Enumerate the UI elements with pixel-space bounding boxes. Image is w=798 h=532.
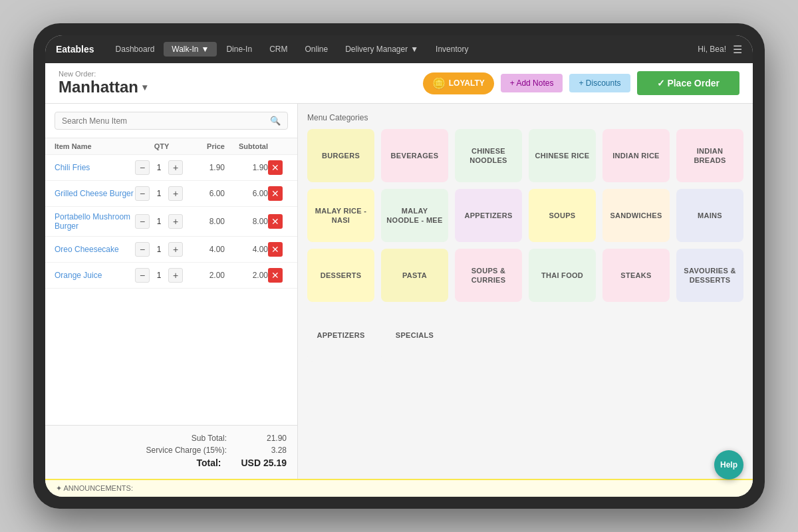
qty-increase-btn[interactable]: + <box>168 160 183 175</box>
location-dropdown-icon[interactable]: ▾ <box>142 82 147 92</box>
item-price: 6.00 <box>188 189 225 198</box>
item-subtotal: 1.90 <box>225 163 268 172</box>
qty-decrease-btn[interactable]: − <box>135 186 150 201</box>
loyalty-coin-icon: 🪙 <box>432 77 446 90</box>
brand-logo: Eatables <box>56 44 94 55</box>
search-input-wrap[interactable]: 🔍 <box>55 112 288 130</box>
category-tile[interactable]: MAINS <box>676 189 743 242</box>
announcements-bar: ✦ ANNOUNCEMENTS: <box>45 479 753 497</box>
qty-increase-btn[interactable]: + <box>168 186 183 201</box>
menu-categories-label: Menu Categories <box>307 113 743 122</box>
nav-crm[interactable]: CRM <box>261 42 295 57</box>
qty-increase-btn[interactable]: + <box>168 242 183 257</box>
qty-decrease-btn[interactable]: − <box>135 242 150 257</box>
category-tile[interactable]: BEVERAGES <box>381 129 448 182</box>
qty-value: 1 <box>152 189 166 198</box>
nav-dashboard[interactable]: Dashboard <box>108 42 163 57</box>
remove-item-btn[interactable]: ✕ <box>268 160 283 175</box>
nav-dinein[interactable]: Dine-In <box>218 42 260 57</box>
item-price: 1.90 <box>188 163 225 172</box>
menu-icon[interactable]: ☰ <box>733 43 742 56</box>
qty-value: 1 <box>152 271 166 280</box>
category-tile[interactable]: APPETIZERS <box>307 309 374 362</box>
item-price: 2.00 <box>188 271 225 280</box>
right-panel: Menu Categories BURGERSBEVERAGESCHINESE … <box>298 104 753 479</box>
qty-control: − 1 + <box>135 214 188 229</box>
navbar: Eatables Dashboard Walk-In ▼ Dine-In CRM… <box>45 35 753 63</box>
order-row: Chili Fries − 1 + 1.90 1.90 ✕ <box>45 155 297 181</box>
category-tile[interactable]: SOUPS & CURRIES <box>455 249 522 302</box>
order-row: Portabello Mushroom Burger − 1 + 8.00 8.… <box>45 207 297 237</box>
search-input[interactable] <box>62 116 270 126</box>
qty-control: − 1 + <box>135 242 188 257</box>
qty-decrease-btn[interactable]: − <box>135 268 150 283</box>
qty-value: 1 <box>152 245 166 254</box>
search-bar: 🔍 <box>45 104 297 138</box>
walkin-dropdown-icon: ▼ <box>201 45 209 54</box>
qty-control: − 1 + <box>135 186 188 201</box>
qty-increase-btn[interactable]: + <box>168 214 183 229</box>
item-price: 4.00 <box>188 245 225 254</box>
item-subtotal: 4.00 <box>225 245 268 254</box>
category-tile[interactable]: APPETIZERS <box>455 189 522 242</box>
qty-increase-btn[interactable]: + <box>168 268 183 283</box>
add-notes-button[interactable]: + Add Notes <box>501 74 563 92</box>
item-name-link[interactable]: Orange Juice <box>55 271 135 280</box>
delivery-dropdown-icon: ▼ <box>410 45 418 54</box>
category-tile[interactable]: CHINESE RICE <box>529 129 596 182</box>
item-name-link[interactable]: Grilled Cheese Burger <box>55 189 135 198</box>
remove-item-btn[interactable]: ✕ <box>268 186 283 201</box>
header-actions: 🪙 LOYALTY + Add Notes + Discounts ✓ Plac… <box>423 71 739 95</box>
nav-online[interactable]: Online <box>297 42 336 57</box>
subtotal-row: Sub Total: 21.90 <box>56 434 287 443</box>
nav-delivery-manager[interactable]: Delivery Manager ▼ <box>337 42 426 57</box>
category-tile[interactable]: BURGERS <box>307 129 374 182</box>
category-tile[interactable]: MALAY RICE - NASI <box>307 189 374 242</box>
help-button[interactable]: Help <box>714 450 743 479</box>
qty-decrease-btn[interactable]: − <box>135 214 150 229</box>
nav-inventory[interactable]: Inventory <box>428 42 476 57</box>
remove-item-btn[interactable]: ✕ <box>268 214 283 229</box>
item-subtotal: 2.00 <box>225 271 268 280</box>
order-row: Orange Juice − 1 + 2.00 2.00 ✕ <box>45 263 297 289</box>
place-order-button[interactable]: ✓ Place Order <box>637 71 740 95</box>
loyalty-button[interactable]: 🪙 LOYALTY <box>423 72 494 94</box>
left-panel: 🔍 Item Name QTY Price Subtotal Chili Fri… <box>45 104 298 479</box>
qty-control: − 1 + <box>135 268 188 283</box>
category-tile[interactable]: SPECIALS <box>381 309 448 362</box>
discounts-button[interactable]: + Discounts <box>569 74 630 92</box>
category-tile[interactable]: STEAKS <box>602 249 670 302</box>
grand-total-amount: USD 25.19 <box>241 458 287 468</box>
category-tile[interactable]: PASTA <box>381 249 448 302</box>
category-tile[interactable]: MALAY NOODLE - MEE <box>381 189 448 242</box>
remove-item-btn[interactable]: ✕ <box>268 268 283 283</box>
order-row: Grilled Cheese Burger − 1 + 6.00 6.00 ✕ <box>45 181 297 207</box>
nav-items: Dashboard Walk-In ▼ Dine-In CRM Online D… <box>108 42 698 57</box>
qty-decrease-btn[interactable]: − <box>135 160 150 175</box>
category-tile[interactable]: CHINESE NOODLES <box>455 129 522 182</box>
qty-value: 1 <box>152 163 166 172</box>
item-name-link[interactable]: Chili Fries <box>55 163 135 172</box>
order-row: Oreo Cheesecake − 1 + 4.00 4.00 ✕ <box>45 237 297 263</box>
categories-grid: BURGERSBEVERAGESCHINESE NOODLESCHINESE R… <box>307 129 743 362</box>
item-subtotal: 8.00 <box>225 217 268 226</box>
order-name: Manhattan ▾ <box>59 78 147 96</box>
category-tile[interactable]: INDIAN RICE <box>602 129 670 182</box>
item-name-link[interactable]: Portabello Mushroom Burger <box>55 212 135 231</box>
item-name-link[interactable]: Oreo Cheesecake <box>55 245 135 254</box>
order-table: Chili Fries − 1 + 1.90 1.90 ✕ Grilled Ch… <box>45 155 297 425</box>
qty-control: − 1 + <box>135 160 188 175</box>
category-tile[interactable]: INDIAN BREADS <box>676 129 743 182</box>
content-area: 🔍 Item Name QTY Price Subtotal Chili Fri… <box>45 104 753 479</box>
service-charge-row: Service Charge (15%): 3.28 <box>56 446 287 455</box>
category-tile[interactable]: SOUPS <box>529 189 596 242</box>
new-order-label: New Order: <box>59 70 147 78</box>
nav-walkin[interactable]: Walk-In ▼ <box>164 42 217 57</box>
category-tile[interactable]: DESSERTS <box>307 249 374 302</box>
nav-right: Hi, Bea! ☰ <box>698 43 742 56</box>
remove-item-btn[interactable]: ✕ <box>268 242 283 257</box>
category-tile[interactable]: SANDWICHES <box>602 189 670 242</box>
qty-value: 1 <box>152 217 166 226</box>
category-tile[interactable]: SAVOURIES & DESSERTS <box>676 249 743 302</box>
category-tile[interactable]: THAI FOOD <box>529 249 596 302</box>
